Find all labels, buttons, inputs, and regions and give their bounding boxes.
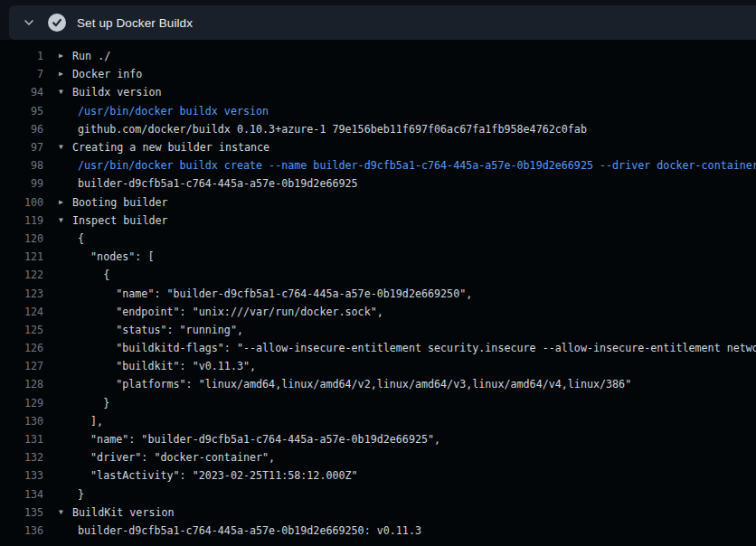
step-header[interactable]: Set up Docker Buildx — [9, 5, 756, 40]
log-line: 120{ — [0, 230, 756, 248]
line-number[interactable]: 98 — [0, 159, 43, 172]
log-line: 128 "platforms": "linux/amd64,linux/amd6… — [0, 375, 756, 393]
group-title: BuildKit version — [71, 506, 756, 519]
group-title: Inspect builder — [71, 214, 756, 227]
chevron-down-icon[interactable] — [22, 15, 36, 30]
line-number[interactable]: 119 — [0, 214, 43, 227]
line-number[interactable]: 97 — [0, 141, 43, 154]
log-group-row[interactable]: 97▼Creating a new builder instance — [0, 138, 756, 156]
line-number[interactable]: 132 — [0, 451, 43, 464]
log-line: 95/usr/bin/docker buildx version — [0, 102, 756, 120]
line-number[interactable]: 134 — [0, 488, 43, 501]
log-group-row[interactable]: 135▼BuildKit version — [0, 504, 756, 522]
output-text: { — [71, 268, 756, 281]
log-line: 124 "endpoint": "unix:///var/run/docker.… — [0, 303, 756, 321]
line-number[interactable]: 95 — [0, 105, 43, 118]
log-line: 136builder-d9cfb5a1-c764-445a-a57e-0b19d… — [0, 522, 756, 540]
output-text: { — [71, 232, 756, 245]
line-number[interactable]: 123 — [0, 287, 43, 300]
check-circle-icon — [48, 14, 66, 32]
log-line: 129 } — [0, 394, 756, 412]
log-line: 134} — [0, 485, 756, 504]
log-line: 122 { — [0, 266, 756, 284]
group-title: Booting builder — [71, 196, 756, 209]
output-text: "lastActivity": "2023-02-25T11:58:12.000… — [71, 469, 756, 482]
output-text: "buildkitd-flags": "--allow-insecure-ent… — [71, 342, 756, 354]
group-title: Run ./ — [71, 50, 756, 62]
command-text: /usr/bin/docker buildx create --name bui… — [71, 159, 756, 172]
log-line: 99builder-d9cfb5a1-c764-445a-a57e-0b19d2… — [0, 174, 756, 193]
log-line: 123 "name": "builder-d9cfb5a1-c764-445a-… — [0, 284, 756, 302]
command-text: /usr/bin/docker buildx version — [71, 105, 756, 118]
line-number[interactable]: 136 — [0, 524, 43, 537]
output-text: } — [71, 397, 756, 410]
output-text: "platforms": "linux/amd64,linux/amd64/v2… — [71, 378, 756, 391]
triangle-down-icon[interactable]: ▼ — [59, 217, 71, 224]
line-number[interactable]: 133 — [0, 469, 43, 482]
log-line: 130 ], — [0, 412, 756, 430]
triangle-right-icon[interactable]: ▶ — [59, 199, 71, 206]
output-text: builder-d9cfb5a1-c764-445a-a57e-0b19d2e6… — [71, 177, 756, 190]
group-title: Creating a new builder instance — [71, 141, 756, 154]
output-text: "nodes": [ — [71, 250, 756, 263]
log-line: 98/usr/bin/docker buildx create --name b… — [0, 156, 756, 174]
triangle-down-icon[interactable]: ▼ — [59, 509, 71, 516]
output-text: github.com/docker/buildx 0.10.3+azure-1 … — [71, 123, 756, 136]
line-number[interactable]: 129 — [0, 397, 43, 410]
line-number[interactable]: 1 — [0, 50, 43, 62]
group-title: Docker info — [71, 68, 756, 80]
log-area: 1▶Run ./7▶Docker info94▼Buildx version95… — [0, 40, 756, 546]
line-number[interactable]: 122 — [0, 268, 43, 281]
line-number[interactable]: 94 — [0, 86, 43, 99]
group-title: Buildx version — [71, 86, 756, 99]
output-text: "endpoint": "unix:///var/run/docker.sock… — [71, 306, 756, 318]
line-number[interactable]: 7 — [0, 68, 43, 80]
log-line: 131 "name": "builder-d9cfb5a1-c764-445a-… — [0, 430, 756, 448]
triangle-down-icon[interactable]: ▼ — [59, 89, 71, 96]
log-group-row[interactable]: 119▼Inspect builder — [0, 212, 756, 230]
line-number[interactable]: 99 — [0, 177, 43, 190]
line-number[interactable]: 124 — [0, 306, 43, 318]
line-number[interactable]: 127 — [0, 360, 43, 372]
output-text: builder-d9cfb5a1-c764-445a-a57e-0b19d2e6… — [71, 524, 756, 537]
log-lines: 1▶Run ./7▶Docker info94▼Buildx version95… — [0, 47, 756, 540]
triangle-down-icon[interactable]: ▼ — [59, 144, 71, 151]
log-line: 121 "nodes": [ — [0, 248, 756, 266]
output-text: "name": "builder-d9cfb5a1-c764-445a-a57e… — [71, 287, 756, 300]
log-line: 96github.com/docker/buildx 0.10.3+azure-… — [0, 120, 756, 138]
log-group-row[interactable]: 100▶Booting builder — [0, 193, 756, 212]
log-line: 133 "lastActivity": "2023-02-25T11:58:12… — [0, 466, 756, 485]
triangle-right-icon[interactable]: ▶ — [59, 71, 71, 78]
log-line: 127 "buildkit": "v0.11.3", — [0, 357, 756, 375]
output-text: "buildkit": "v0.11.3", — [71, 360, 756, 372]
step-title: Set up Docker Buildx — [77, 16, 193, 30]
output-text: "status": "running", — [71, 324, 756, 336]
log-group-row[interactable]: 1▶Run ./ — [0, 47, 756, 65]
line-number[interactable]: 100 — [0, 196, 43, 209]
line-number[interactable]: 120 — [0, 232, 43, 245]
line-number[interactable]: 128 — [0, 378, 43, 391]
log-line: 126 "buildkitd-flags": "--allow-insecure… — [0, 339, 756, 357]
output-text: "name": "builder-d9cfb5a1-c764-445a-a57e… — [71, 433, 756, 446]
log-line: 132 "driver": "docker-container", — [0, 448, 756, 466]
output-text: ], — [71, 415, 756, 428]
log-group-row[interactable]: 94▼Buildx version — [0, 83, 756, 101]
line-number[interactable]: 96 — [0, 123, 43, 136]
output-text: "driver": "docker-container", — [71, 451, 756, 464]
line-number[interactable]: 130 — [0, 415, 43, 428]
log-group-row[interactable]: 7▶Docker info — [0, 65, 756, 83]
line-number[interactable]: 135 — [0, 506, 43, 519]
line-number[interactable]: 121 — [0, 250, 43, 263]
line-number[interactable]: 131 — [0, 433, 43, 446]
triangle-right-icon[interactable]: ▶ — [59, 52, 71, 60]
output-text: } — [71, 488, 756, 501]
log-line: 125 "status": "running", — [0, 321, 756, 339]
line-number[interactable]: 125 — [0, 324, 43, 336]
line-number[interactable]: 126 — [0, 342, 43, 354]
